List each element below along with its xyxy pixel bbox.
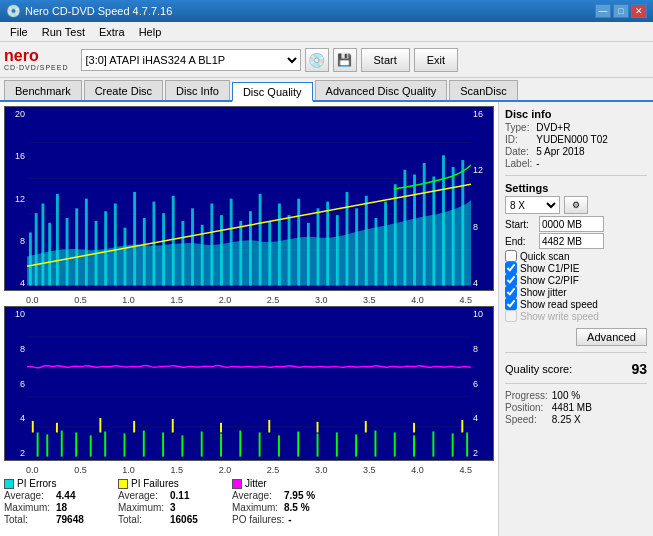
show-jitter-checkbox[interactable] [505,286,517,298]
svg-rect-87 [268,420,270,433]
tab-advanced-disc-quality[interactable]: Advanced Disc Quality [315,80,448,100]
progress-value: 100 % [552,390,647,401]
svg-rect-72 [317,433,319,456]
start-label: Start: [505,219,535,230]
pi-failures-total-label: Total: [118,514,166,525]
jitter-maximum-value: 8.5 % [284,502,310,513]
svg-rect-61 [104,432,106,457]
show-c2pif-checkbox[interactable] [505,274,517,286]
save-button[interactable]: 💾 [333,48,357,72]
menu-extra[interactable]: Extra [93,25,131,39]
quick-scan-label: Quick scan [520,251,569,262]
minimize-button[interactable]: — [595,4,611,18]
nero-logo-text: nero [4,48,39,64]
svg-rect-79 [452,433,454,456]
disc-type-label: Type: [505,122,532,133]
show-jitter-row: Show jitter [505,286,647,298]
svg-rect-29 [259,194,262,286]
jitter-maximum-row: Maximum: 8.5 % [232,502,342,513]
show-read-speed-checkbox[interactable] [505,298,517,310]
pi-failures-maximum-row: Maximum: 3 [118,502,228,513]
stats-area: PI Errors Average: 4.44 Maximum: 18 Tota… [4,476,494,527]
svg-rect-16 [133,192,136,286]
svg-rect-38 [346,192,349,286]
svg-rect-26 [230,199,233,286]
quick-scan-checkbox[interactable] [505,250,517,262]
svg-rect-27 [239,221,242,286]
start-field-row: Start: [505,216,647,232]
disc-icon-button[interactable]: 💿 [305,48,329,72]
start-button[interactable]: Start [361,48,410,72]
svg-rect-31 [278,204,281,286]
pi-failures-label: PI Failures [131,478,179,489]
end-label: End: [505,236,535,247]
pi-errors-color-box [4,479,14,489]
menu-file[interactable]: File [4,25,34,39]
svg-rect-68 [239,431,241,457]
svg-rect-58 [61,431,63,457]
svg-rect-88 [317,422,319,433]
start-input[interactable] [539,216,604,232]
title-bar-left: 💿 Nero CD-DVD Speed 4.7.7.16 [6,4,172,18]
tab-create-disc[interactable]: Create Disc [84,80,163,100]
jitter-stats: Jitter Average: 7.95 % Maximum: 8.5 % PO… [232,478,342,525]
pi-failures-maximum-label: Maximum: [118,502,166,513]
show-c2pif-row: Show C2/PIF [505,274,647,286]
right-panel: Disc info Type: DVD+R ID: YUDEN000 T02 D… [498,102,653,536]
jitter-po-failures-row: PO failures: - [232,514,342,525]
pi-errors-total-label: Total: [4,514,52,525]
menu-run-test[interactable]: Run Test [36,25,91,39]
svg-rect-47 [432,176,435,285]
show-c1pie-row: Show C1/PIE [505,262,647,274]
svg-rect-57 [46,434,48,456]
speed-select[interactable]: 8 X [505,196,560,214]
drive-select[interactable]: [3:0] ATAPI iHAS324 A BL1P [81,49,301,71]
settings-icon-button[interactable]: ⚙ [564,196,588,214]
svg-rect-6 [41,204,44,286]
svg-rect-45 [413,175,416,286]
bottom-chart-y-left: 108642 [5,307,27,460]
pi-failures-average-row: Average: 0.11 [118,490,228,501]
pi-errors-maximum-row: Maximum: 18 [4,502,114,513]
svg-rect-37 [336,215,339,285]
svg-rect-82 [56,423,58,433]
pi-failures-stats: PI Failures Average: 0.11 Maximum: 3 Tot… [118,478,228,525]
pi-errors-average-value: 4.44 [56,490,75,501]
disc-info-grid: Type: DVD+R ID: YUDEN000 T02 Date: 5 Apr… [505,122,647,169]
svg-rect-46 [423,163,426,286]
end-field-row: End: [505,233,647,249]
title-bar-controls: — □ ✕ [595,4,647,18]
show-write-speed-label: Show write speed [520,311,599,322]
pi-failures-color-box [118,479,128,489]
jitter-average-value: 7.95 % [284,490,315,501]
svg-rect-67 [220,433,222,456]
tab-benchmark[interactable]: Benchmark [4,80,82,100]
close-button[interactable]: ✕ [631,4,647,18]
svg-rect-34 [307,223,310,286]
title-bar-title: Nero CD-DVD Speed 4.7.7.16 [25,5,172,17]
settings-title: Settings [505,182,647,194]
progress-label: Progress: [505,390,548,401]
svg-rect-11 [85,199,88,286]
menu-help[interactable]: Help [133,25,168,39]
svg-rect-78 [432,432,434,457]
advanced-button[interactable]: Advanced [576,328,647,346]
end-input[interactable] [539,233,604,249]
bottom-chart: 108642 108642 [4,306,494,461]
svg-rect-5 [35,213,38,285]
tab-scan-disc[interactable]: ScanDisc [449,80,517,100]
position-value: 4481 MB [552,402,647,413]
show-c1pie-checkbox[interactable] [505,262,517,274]
show-write-speed-checkbox[interactable] [505,310,517,322]
jitter-average-row: Average: 7.95 % [232,490,342,501]
tab-disc-quality[interactable]: Disc Quality [232,82,313,102]
jitter-average-label: Average: [232,490,280,501]
quality-score-row: Quality score: 93 [505,361,647,377]
svg-rect-59 [75,432,77,456]
exit-button[interactable]: Exit [414,48,458,72]
settings-section: Settings 8 X ⚙ Start: End: Quick scan [505,182,647,346]
show-read-speed-label: Show read speed [520,299,598,310]
maximize-button[interactable]: □ [613,4,629,18]
svg-rect-49 [452,167,455,286]
tab-disc-info[interactable]: Disc Info [165,80,230,100]
